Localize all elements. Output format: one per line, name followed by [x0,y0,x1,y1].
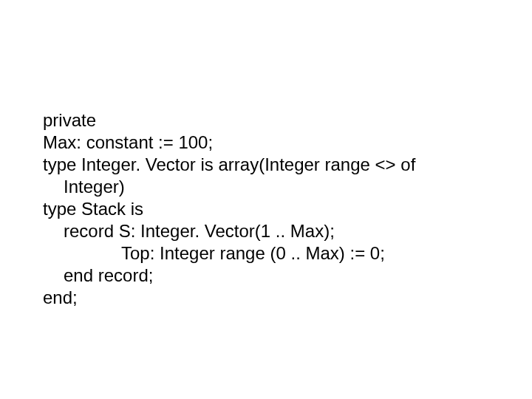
code-line-end-record: end record; [43,265,501,287]
code-block: private Max: constant := 100; type Integ… [43,109,501,309]
code-line-integer-cont: Integer) [43,176,501,198]
code-line-private: private [43,109,501,132]
code-line-top: Top: Integer range (0 .. Max) := 0; [43,242,501,265]
code-line-max-constant: Max: constant := 100; [43,132,501,154]
code-line-record-s: record S: Integer. Vector(1 .. Max); [43,220,501,242]
code-line-end: end; [43,287,501,309]
code-line-type-vector: type Integer. Vector is array(Integer ra… [43,154,501,176]
code-line-type-stack: type Stack is [43,198,501,220]
